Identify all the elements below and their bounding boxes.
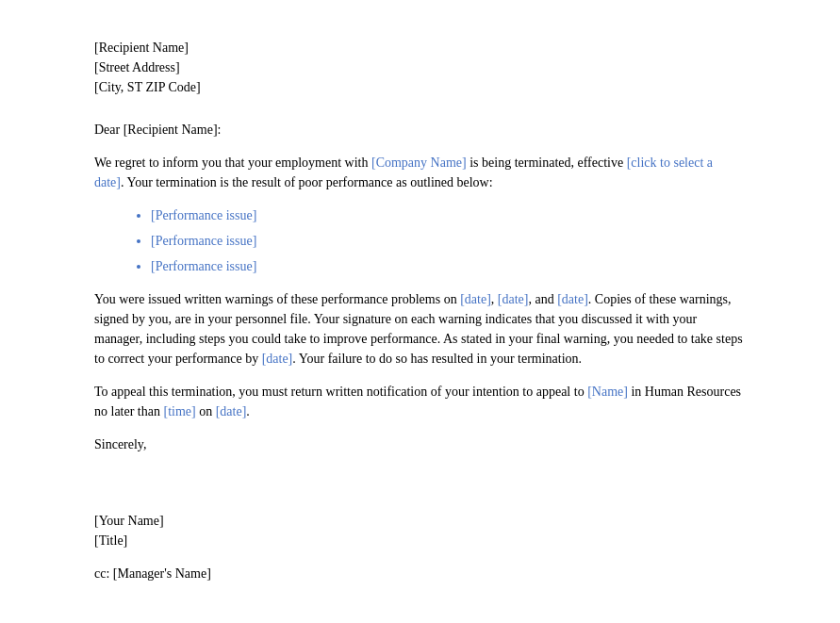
sincerely: Sincerely, [94,434,746,454]
p2-date3: [date] [557,292,588,306]
p2-text3: . Your failure to do so has resulted in … [292,352,582,366]
p1-text-after: . Your termination is the result of poor… [121,175,493,189]
paragraph-1: We regret to inform you that your employ… [94,153,746,192]
performance-issue-1: [Performance issue] [151,205,746,225]
recipient-name: [Recipient Name] [94,38,746,57]
p3-text3: on [196,404,216,418]
p3-time: [time] [163,404,195,418]
p3-period: . [246,404,250,418]
performance-issues-list: [Performance issue] [Performance issue] … [151,205,746,276]
p1-company: [Company Name] [371,156,467,170]
p3-date: [date] [216,404,247,418]
p1-text-before: We regret to inform you that your employ… [94,156,371,170]
salutation-name: [Recipient Name] [124,123,218,137]
paragraph-2: You were issued written warnings of thes… [94,289,746,369]
address-block: [Recipient Name] [Street Address] [City,… [94,38,746,97]
performance-issue-2: [Performance issue] [151,231,746,251]
p2-date4: [date] [262,352,293,366]
cc-block: cc: [Manager's Name] [94,564,746,583]
p2-date1: [date] [460,292,491,306]
p2-comma1: , [491,292,498,306]
city-state-zip: [City, ST ZIP Code] [94,77,746,97]
salutation-colon: : [218,123,222,137]
signature-block: [Your Name] [Title] [94,511,746,550]
p2-and: , and [528,292,557,306]
p2-text1: You were issued written warnings of thes… [94,292,460,306]
p3-name: [Name] [587,385,628,399]
street-address: [Street Address] [94,57,746,77]
p2-date2: [date] [498,292,529,306]
signature-name: [Your Name] [94,511,746,531]
cc-name: [Manager's Name] [113,566,211,581]
salutation-dear: Dear [94,123,124,137]
p3-text1: To appeal this termination, you must ret… [94,385,587,399]
cc-label: cc: [94,566,113,581]
letter-page: [Recipient Name] [Street Address] [City,… [0,0,840,623]
signature-title: [Title] [94,531,746,550]
salutation: Dear [Recipient Name]: [94,120,746,139]
p1-text-middle: is being terminated, effective [467,156,627,170]
paragraph-3: To appeal this termination, you must ret… [94,382,746,421]
performance-issue-3: [Performance issue] [151,256,746,276]
